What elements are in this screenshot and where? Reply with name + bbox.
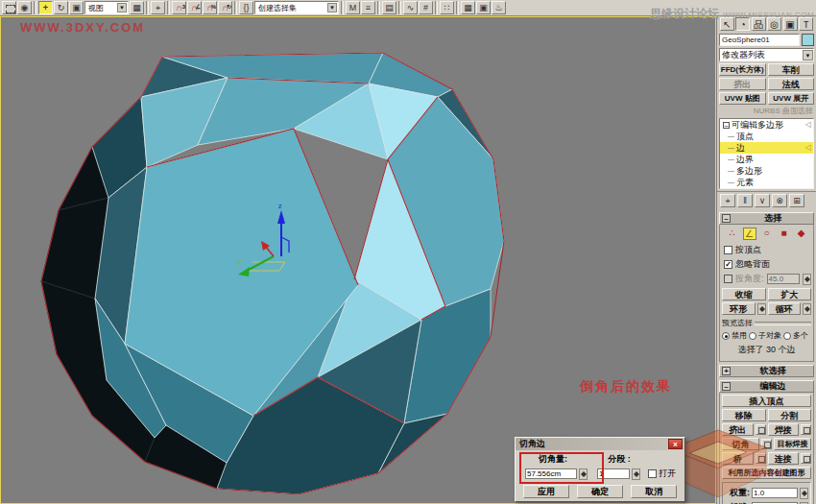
dialog-titlebar[interactable]: 切角边 x [516, 438, 684, 450]
create-shape-button[interactable]: 利用所选内容创建图形 [722, 467, 811, 479]
unwrap-uvw-button[interactable]: UVW 展开 [768, 92, 815, 105]
chamfer-settings-icon[interactable] [761, 439, 772, 449]
named-selection-icon[interactable]: {} [239, 1, 253, 14]
window-crossing-icon[interactable]: ▦ [130, 1, 144, 14]
configure-modifier-sets-icon[interactable]: ⊞ [789, 194, 804, 207]
weight-field[interactable]: 1.0 [752, 488, 798, 498]
chamfer-amount-field[interactable]: 57.556cm [525, 468, 577, 479]
align-icon[interactable]: ≡ [361, 1, 375, 14]
target-weld-button[interactable]: 目标焊接 [774, 438, 811, 450]
collapse-icon[interactable]: – [722, 382, 731, 391]
by-vertex-checkbox-row[interactable]: 按顶点 [724, 244, 811, 256]
soft-selection-header[interactable]: + 软选择 [719, 365, 814, 377]
render-frame-icon[interactable]: ▣ [476, 1, 491, 14]
layer-manager-icon[interactable]: ▤ [382, 1, 396, 14]
schematic-view-icon[interactable]: # [419, 1, 433, 14]
pin-stack-icon[interactable]: ⌖ [720, 194, 735, 207]
edge-subobject-icon[interactable]: ∠ [743, 228, 756, 240]
radio-disable[interactable] [722, 332, 730, 340]
expand-icon[interactable]: – [723, 122, 730, 129]
element-subobject-icon[interactable]: ◆ [795, 228, 808, 240]
weld-button[interactable]: 焊接 [768, 423, 800, 436]
selection-rollout-header[interactable]: – 选择 [719, 212, 814, 225]
material-editor-icon[interactable]: ∷ [440, 1, 454, 14]
extrude-modifier-button[interactable]: 挤出 [719, 78, 766, 90]
loop-spinner[interactable] [803, 303, 811, 315]
cancel-button[interactable]: 取消 [631, 485, 677, 498]
snap-toggle-3d-icon[interactable]: ∩3 [172, 1, 186, 14]
radio-subobject[interactable] [749, 332, 756, 340]
spinner[interactable] [803, 274, 811, 285]
spinner-snap-icon[interactable]: ∩↻ [218, 1, 232, 14]
object-name-field[interactable]: GeoSphere01 [719, 34, 800, 46]
chevron-down-icon[interactable]: ▼ [803, 50, 813, 60]
reference-coordinate-combo[interactable]: 视图 ▼ [84, 1, 129, 14]
collapse-icon[interactable]: – [722, 214, 731, 223]
select-and-manipulate-icon[interactable]: ⌖ [151, 1, 165, 14]
selection-filter-icon[interactable]: ◉ [17, 1, 32, 14]
chevron-down-icon[interactable]: ▼ [327, 3, 337, 12]
select-and-move-icon[interactable]: + [38, 1, 53, 14]
chamfer-amount-spinner[interactable] [579, 468, 588, 480]
select-and-scale-icon[interactable]: ▣ [69, 1, 84, 14]
segments-spinner[interactable] [632, 468, 640, 480]
marquee-rect-icon[interactable] [2, 1, 16, 14]
connect-button[interactable]: 连接 [768, 452, 800, 465]
bridge-button[interactable]: 桥 [722, 452, 754, 465]
stack-row-editable-poly[interactable]: – 可编辑多边形 ◁ [720, 119, 813, 131]
stack-row-polygon[interactable]: 多边形 [720, 165, 813, 177]
modifier-list-dropdown[interactable]: 修改器列表 ▼ [719, 48, 814, 61]
checkbox-unchecked[interactable] [724, 246, 732, 254]
radio-multiple[interactable] [783, 332, 791, 340]
connect-settings-icon[interactable] [801, 453, 811, 464]
stack-row-border[interactable]: 边界 [720, 154, 813, 165]
uvw-map-button[interactable]: UVW 贴图 [719, 92, 766, 105]
shrink-button[interactable]: 收缩 [722, 288, 766, 300]
quick-render-icon[interactable]: ♨ [492, 1, 506, 14]
perspective-viewport[interactable]: WWW.3DXY.COM 倒角后的效果 [0, 16, 716, 504]
selection-set-combo[interactable]: 创建选择集 ▼ [254, 1, 339, 14]
split-button[interactable]: 分割 [768, 409, 812, 421]
bridge-settings-icon[interactable] [756, 453, 766, 464]
grow-button[interactable]: 扩大 [768, 288, 812, 300]
loop-button[interactable]: 循环 [768, 302, 802, 315]
by-angle-value[interactable]: 45.0 [767, 274, 800, 284]
ignore-backfacing-checkbox-row[interactable]: ✓ 忽略背面 [724, 258, 811, 271]
vertex-subobject-icon[interactable]: ∴ [726, 228, 739, 240]
select-and-rotate-icon[interactable]: ↻ [54, 1, 68, 14]
percent-snap-icon[interactable]: ∩% [203, 1, 217, 14]
insert-vertex-button[interactable]: 插入顶点 [722, 395, 811, 407]
ring-spinner[interactable] [757, 303, 766, 315]
stack-row-element[interactable]: 元素 [720, 177, 813, 188]
weld-settings-icon[interactable] [801, 424, 811, 435]
chamfer-button[interactable]: 切角 [722, 438, 759, 450]
extrude-settings-icon[interactable] [756, 424, 766, 435]
border-subobject-icon[interactable]: ○ [760, 228, 774, 240]
edit-edges-header[interactable]: – 编辑边 [719, 380, 814, 393]
lathe-button[interactable]: 车削 [768, 63, 815, 76]
stack-row-edge[interactable]: 边 ◁ [720, 142, 813, 154]
close-icon[interactable]: x [668, 439, 683, 449]
polygon-subobject-icon[interactable]: ■ [778, 228, 791, 240]
curve-editor-icon[interactable]: ∿ [403, 1, 418, 14]
make-unique-icon[interactable]: ∨ [755, 194, 770, 207]
expand-icon[interactable]: + [722, 367, 731, 375]
remove-modifier-icon[interactable]: ⊗ [772, 194, 787, 207]
object-color-swatch[interactable] [802, 34, 814, 46]
show-end-result-icon[interactable]: ‖ [737, 194, 753, 207]
checkbox-checked[interactable]: ✓ [724, 260, 732, 269]
ok-button[interactable]: 确定 [577, 485, 623, 498]
ffd-box-button[interactable]: FFD(长方体) [719, 63, 766, 76]
remove-button[interactable]: 移除 [722, 409, 766, 421]
normal-button[interactable]: 法线 [768, 78, 815, 90]
open-checkbox[interactable] [648, 469, 657, 478]
segments-field[interactable]: 1 [597, 468, 630, 479]
by-angle-row[interactable]: 按角度: 45.0 [724, 273, 811, 285]
render-setup-icon[interactable]: ▦ [461, 1, 475, 14]
stack-row-vertex[interactable]: 顶点 [720, 131, 813, 142]
checkbox-disabled[interactable] [724, 275, 732, 283]
mirror-icon[interactable]: M [346, 1, 360, 14]
weight-spinner[interactable] [800, 488, 808, 499]
angle-snap-icon[interactable]: ∩∠ [187, 1, 202, 14]
chevron-down-icon[interactable]: ▼ [117, 3, 127, 12]
